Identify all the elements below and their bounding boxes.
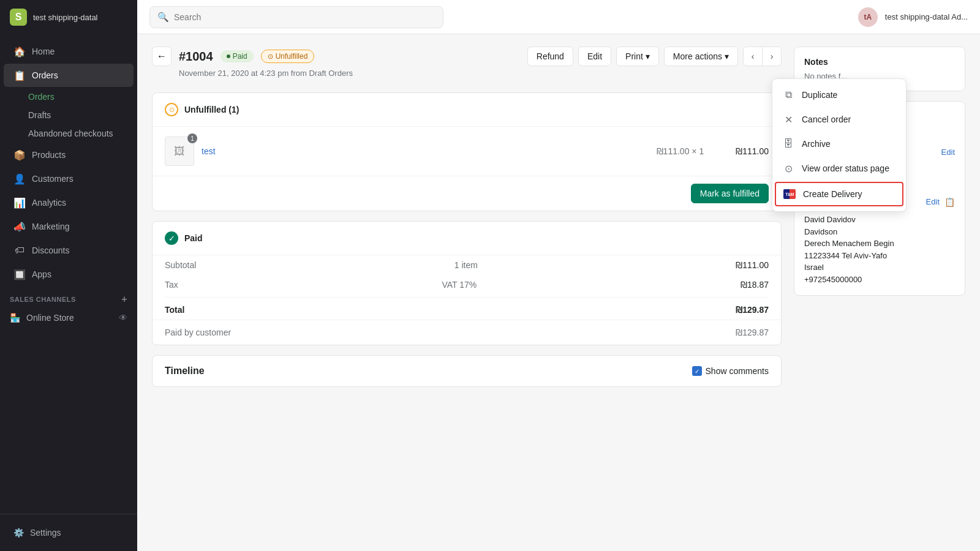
sidebar-item-products[interactable]: 📦 Products [4,143,134,167]
topbar-right: tA test shipping-datal Ad... [858,7,968,27]
subtotal-label: Subtotal [165,260,196,270]
sales-channels-title: SALES CHANNELS [10,296,76,303]
search-input[interactable] [174,12,435,22]
address-company: Davidson [804,226,955,238]
shopify-logo: S [10,9,27,26]
show-comments-toggle[interactable]: ✓ Show comments [692,366,769,376]
total-amount: ₪129.87 [736,305,769,315]
settings-icon: ⚙️ [13,528,24,538]
account-name: test shipping-datal Ad... [885,12,968,21]
tax-amount: ₪18.87 [741,280,769,290]
unfulfilled-card: ⊙ Unfulfilled (1) 🖼 1 test ₪111.00 × 1 ₪… [152,92,782,211]
home-icon: 🏠 [13,45,26,58]
dropdown-view-order-status[interactable]: ⊙ View order status page [772,156,906,181]
unfulfilled-title: Unfulfilled (1) [184,105,239,114]
unfulfilled-status-icon: ⊙ [165,103,178,116]
tax-row: Tax VAT 17% ₪18.87 [153,275,781,294]
settings-label: Settings [30,528,61,538]
nav-arrows: ‹ › [743,47,782,66]
order-title-row: ← #1004 Paid ⊙ Unfulfilled [152,47,353,66]
order-number: #1004 [179,50,213,64]
paid-label: Paid [233,52,247,61]
create-delivery-logo: T&M [783,188,796,200]
product-total: ₪111.00 [736,146,769,156]
archive-label: Archive [802,139,831,149]
sidebar-item-analytics[interactable]: 📊 Analytics [4,191,134,214]
sidebar-item-apps[interactable]: 🔲 Apps [4,263,134,286]
product-row: 🖼 1 test ₪111.00 × 1 ₪111.00 [153,127,781,176]
sidebar-item-orders[interactable]: 📋 Orders [4,64,134,87]
more-actions-label: More actions [673,51,722,61]
refund-button[interactable]: Refund [527,47,573,66]
edit-button[interactable]: Edit [578,47,611,66]
add-sales-channel-button[interactable]: + [121,294,127,305]
mark-fulfilled-button[interactable]: Mark as fulfilled [691,184,769,203]
order-actions: Refund Edit Print ▾ More actions ▾ ‹ › [527,47,782,66]
dropdown-duplicate[interactable]: ⧉ Duplicate [772,83,906,107]
sidebar-label-marketing: Marketing [32,222,69,231]
address-street: Derech Menachem Begin [804,238,955,250]
view-order-status-label: View order status page [802,163,889,173]
product-name[interactable]: test [202,146,649,156]
back-button[interactable]: ← [152,47,172,66]
main-wrapper: 🔍 tA test shipping-datal Ad... ← #1004 [137,0,980,551]
cancel-order-label: Cancel order [802,114,851,124]
order-meta: November 21, 2020 at 4:23 pm from Draft … [179,69,353,78]
copy-address-icon[interactable]: 📋 [944,197,955,207]
show-comments-checkbox[interactable]: ✓ [692,366,702,376]
print-button[interactable]: Print ▾ [616,47,659,66]
subtotal-amount: ₪111.00 [736,260,769,270]
sidebar-item-marketing[interactable]: 📣 Marketing [4,215,134,238]
sidebar-item-discounts[interactable]: 🏷 Discounts [4,239,134,262]
sidebar-item-home[interactable]: 🏠 Home [4,40,134,63]
paid-badge: Paid [221,50,254,62]
timeline-header: Timeline ✓ Show comments [153,356,781,386]
paid-status-icon: ✓ [165,231,178,245]
contact-edit-button[interactable]: Edit [941,148,955,157]
create-delivery-label: Create Delivery [803,189,862,199]
product-count-badge: 1 [187,133,197,143]
sidebar-item-customers[interactable]: 👤 Customers [4,167,134,190]
address-city-zip: 11223344 Tel Aviv-Yafo [804,250,955,262]
order-main: ← #1004 Paid ⊙ Unfulfilled November 21, … [152,47,782,539]
products-icon: 📦 [13,149,26,161]
analytics-icon: 📊 [13,197,26,209]
more-actions-button[interactable]: More actions ▾ [664,47,738,66]
sidebar-sublabel-orders: Orders [28,92,55,102]
next-order-button[interactable]: › [762,47,782,66]
show-comments-label: Show comments [706,366,769,376]
dropdown-create-delivery[interactable]: T&M Create Delivery [775,182,903,206]
order-header-row: ← #1004 Paid ⊙ Unfulfilled November 21, … [152,47,782,90]
sidebar-subitem-orders[interactable]: Orders [0,88,137,106]
paid-by-amount: ₪129.87 [736,328,769,337]
sidebar-item-online-store[interactable]: 🏪 Online Store 👁 [0,307,137,328]
payment-card-header: ✓ Paid [153,222,781,255]
print-chevron-icon: ▾ [646,51,650,61]
unfulfilled-card-footer: Mark as fulfilled [153,176,781,211]
address-name: David Davidov [804,214,955,226]
sidebar-item-settings[interactable]: ⚙️ Settings [4,522,134,543]
search-bar[interactable]: 🔍 [149,6,443,28]
subtotal-qty: 1 item [454,260,478,270]
page-content: ← #1004 Paid ⊙ Unfulfilled November 21, … [137,34,980,551]
address-phone: +972545000000 [804,274,955,286]
shipping-edit-button[interactable]: Edit [926,197,940,206]
paid-by-customer-row: Paid by customer ₪129.87 [153,320,781,345]
dropdown-cancel-order[interactable]: ✕ Cancel order [772,107,906,132]
customers-icon: 👤 [13,173,26,185]
prev-order-button[interactable]: ‹ [743,47,763,66]
sidebar-label-discounts: Discounts [32,246,69,255]
back-arrow-icon: ← [157,51,167,62]
sidebar-subitem-drafts[interactable]: Drafts [0,106,137,124]
sidebar: S test shipping-datal 🏠 Home 📋 Orders Or… [0,0,137,551]
more-actions-dropdown: ⧉ Duplicate ✕ Cancel order 🗄 Archive ⊙ V… [772,78,907,212]
total-label: Total [165,305,184,315]
dropdown-archive[interactable]: 🗄 Archive [772,132,906,156]
sidebar-subitem-abandoned[interactable]: Abandoned checkouts [0,124,137,143]
subtotal-row: Subtotal 1 item ₪111.00 [153,255,781,275]
total-row: Total ₪129.87 [153,300,781,320]
sidebar-label-analytics: Analytics [32,198,66,208]
more-actions-chevron-icon: ▾ [725,51,729,61]
search-icon: 🔍 [157,12,169,23]
online-store-left: 🏪 Online Store [10,313,74,323]
